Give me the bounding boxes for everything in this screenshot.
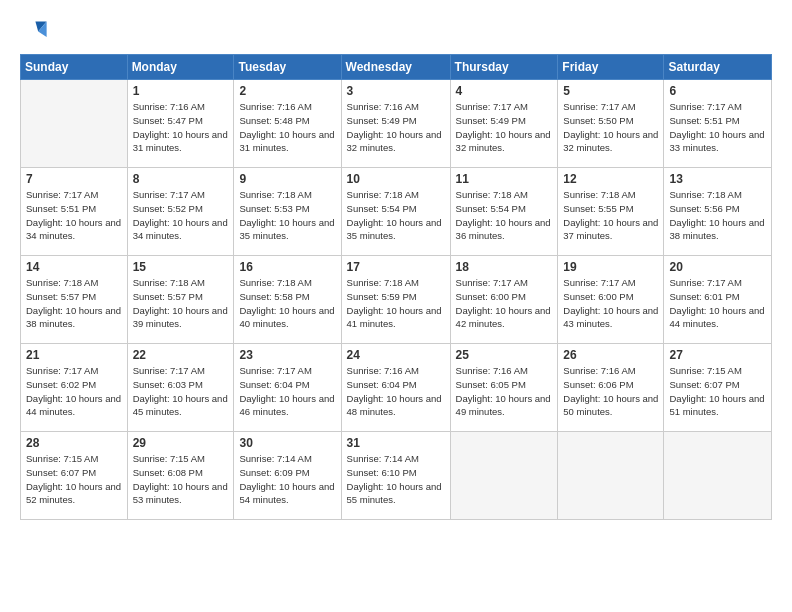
page: SundayMondayTuesdayWednesdayThursdayFrid… bbox=[0, 0, 792, 612]
calendar-day-header: Monday bbox=[127, 55, 234, 80]
day-info: Sunrise: 7:18 AMSunset: 5:57 PMDaylight:… bbox=[26, 276, 122, 331]
calendar-week-row: 28Sunrise: 7:15 AMSunset: 6:07 PMDayligh… bbox=[21, 432, 772, 520]
day-info: Sunrise: 7:15 AMSunset: 6:07 PMDaylight:… bbox=[26, 452, 122, 507]
calendar-cell: 3Sunrise: 7:16 AMSunset: 5:49 PMDaylight… bbox=[341, 80, 450, 168]
day-info: Sunrise: 7:16 AMSunset: 5:49 PMDaylight:… bbox=[347, 100, 445, 155]
calendar-cell: 17Sunrise: 7:18 AMSunset: 5:59 PMDayligh… bbox=[341, 256, 450, 344]
calendar-cell: 23Sunrise: 7:17 AMSunset: 6:04 PMDayligh… bbox=[234, 344, 341, 432]
day-number: 1 bbox=[133, 84, 229, 98]
calendar-cell: 11Sunrise: 7:18 AMSunset: 5:54 PMDayligh… bbox=[450, 168, 558, 256]
day-info: Sunrise: 7:17 AMSunset: 6:00 PMDaylight:… bbox=[456, 276, 553, 331]
calendar-week-row: 1Sunrise: 7:16 AMSunset: 5:47 PMDaylight… bbox=[21, 80, 772, 168]
calendar-cell: 4Sunrise: 7:17 AMSunset: 5:49 PMDaylight… bbox=[450, 80, 558, 168]
day-number: 16 bbox=[239, 260, 335, 274]
day-info: Sunrise: 7:17 AMSunset: 6:01 PMDaylight:… bbox=[669, 276, 766, 331]
day-info: Sunrise: 7:16 AMSunset: 6:04 PMDaylight:… bbox=[347, 364, 445, 419]
day-info: Sunrise: 7:18 AMSunset: 5:53 PMDaylight:… bbox=[239, 188, 335, 243]
calendar-cell bbox=[664, 432, 772, 520]
day-info: Sunrise: 7:18 AMSunset: 5:59 PMDaylight:… bbox=[347, 276, 445, 331]
day-info: Sunrise: 7:16 AMSunset: 5:48 PMDaylight:… bbox=[239, 100, 335, 155]
calendar-cell: 16Sunrise: 7:18 AMSunset: 5:58 PMDayligh… bbox=[234, 256, 341, 344]
calendar-cell bbox=[558, 432, 664, 520]
day-number: 21 bbox=[26, 348, 122, 362]
day-info: Sunrise: 7:18 AMSunset: 5:55 PMDaylight:… bbox=[563, 188, 658, 243]
day-info: Sunrise: 7:17 AMSunset: 5:51 PMDaylight:… bbox=[26, 188, 122, 243]
calendar-cell: 20Sunrise: 7:17 AMSunset: 6:01 PMDayligh… bbox=[664, 256, 772, 344]
calendar-cell: 9Sunrise: 7:18 AMSunset: 5:53 PMDaylight… bbox=[234, 168, 341, 256]
day-number: 18 bbox=[456, 260, 553, 274]
day-number: 7 bbox=[26, 172, 122, 186]
calendar-cell: 1Sunrise: 7:16 AMSunset: 5:47 PMDaylight… bbox=[127, 80, 234, 168]
logo bbox=[20, 16, 52, 44]
calendar-day-header: Thursday bbox=[450, 55, 558, 80]
day-info: Sunrise: 7:18 AMSunset: 5:58 PMDaylight:… bbox=[239, 276, 335, 331]
calendar-cell: 24Sunrise: 7:16 AMSunset: 6:04 PMDayligh… bbox=[341, 344, 450, 432]
calendar-cell: 21Sunrise: 7:17 AMSunset: 6:02 PMDayligh… bbox=[21, 344, 128, 432]
calendar-cell: 31Sunrise: 7:14 AMSunset: 6:10 PMDayligh… bbox=[341, 432, 450, 520]
calendar-cell: 30Sunrise: 7:14 AMSunset: 6:09 PMDayligh… bbox=[234, 432, 341, 520]
day-number: 14 bbox=[26, 260, 122, 274]
day-number: 29 bbox=[133, 436, 229, 450]
day-number: 23 bbox=[239, 348, 335, 362]
day-number: 25 bbox=[456, 348, 553, 362]
day-number: 6 bbox=[669, 84, 766, 98]
calendar-cell: 2Sunrise: 7:16 AMSunset: 5:48 PMDaylight… bbox=[234, 80, 341, 168]
calendar-day-header: Wednesday bbox=[341, 55, 450, 80]
day-number: 31 bbox=[347, 436, 445, 450]
day-info: Sunrise: 7:17 AMSunset: 6:02 PMDaylight:… bbox=[26, 364, 122, 419]
calendar-day-header: Saturday bbox=[664, 55, 772, 80]
calendar-cell: 28Sunrise: 7:15 AMSunset: 6:07 PMDayligh… bbox=[21, 432, 128, 520]
day-info: Sunrise: 7:16 AMSunset: 5:47 PMDaylight:… bbox=[133, 100, 229, 155]
day-info: Sunrise: 7:15 AMSunset: 6:08 PMDaylight:… bbox=[133, 452, 229, 507]
day-number: 15 bbox=[133, 260, 229, 274]
day-info: Sunrise: 7:17 AMSunset: 5:52 PMDaylight:… bbox=[133, 188, 229, 243]
calendar-cell: 14Sunrise: 7:18 AMSunset: 5:57 PMDayligh… bbox=[21, 256, 128, 344]
day-number: 19 bbox=[563, 260, 658, 274]
calendar-cell: 22Sunrise: 7:17 AMSunset: 6:03 PMDayligh… bbox=[127, 344, 234, 432]
day-number: 4 bbox=[456, 84, 553, 98]
calendar-day-header: Tuesday bbox=[234, 55, 341, 80]
calendar-cell: 25Sunrise: 7:16 AMSunset: 6:05 PMDayligh… bbox=[450, 344, 558, 432]
day-info: Sunrise: 7:14 AMSunset: 6:09 PMDaylight:… bbox=[239, 452, 335, 507]
calendar-cell: 12Sunrise: 7:18 AMSunset: 5:55 PMDayligh… bbox=[558, 168, 664, 256]
calendar-day-header: Sunday bbox=[21, 55, 128, 80]
day-number: 5 bbox=[563, 84, 658, 98]
calendar-week-row: 14Sunrise: 7:18 AMSunset: 5:57 PMDayligh… bbox=[21, 256, 772, 344]
calendar-cell bbox=[450, 432, 558, 520]
day-info: Sunrise: 7:18 AMSunset: 5:56 PMDaylight:… bbox=[669, 188, 766, 243]
calendar-table: SundayMondayTuesdayWednesdayThursdayFrid… bbox=[20, 54, 772, 520]
calendar-week-row: 21Sunrise: 7:17 AMSunset: 6:02 PMDayligh… bbox=[21, 344, 772, 432]
day-number: 30 bbox=[239, 436, 335, 450]
day-info: Sunrise: 7:16 AMSunset: 6:06 PMDaylight:… bbox=[563, 364, 658, 419]
day-info: Sunrise: 7:17 AMSunset: 6:00 PMDaylight:… bbox=[563, 276, 658, 331]
day-number: 2 bbox=[239, 84, 335, 98]
day-number: 20 bbox=[669, 260, 766, 274]
day-info: Sunrise: 7:17 AMSunset: 6:04 PMDaylight:… bbox=[239, 364, 335, 419]
day-number: 28 bbox=[26, 436, 122, 450]
calendar-day-header: Friday bbox=[558, 55, 664, 80]
calendar-cell: 27Sunrise: 7:15 AMSunset: 6:07 PMDayligh… bbox=[664, 344, 772, 432]
day-info: Sunrise: 7:17 AMSunset: 5:49 PMDaylight:… bbox=[456, 100, 553, 155]
calendar-cell: 18Sunrise: 7:17 AMSunset: 6:00 PMDayligh… bbox=[450, 256, 558, 344]
day-number: 27 bbox=[669, 348, 766, 362]
day-info: Sunrise: 7:16 AMSunset: 6:05 PMDaylight:… bbox=[456, 364, 553, 419]
calendar-header-row: SundayMondayTuesdayWednesdayThursdayFrid… bbox=[21, 55, 772, 80]
day-info: Sunrise: 7:14 AMSunset: 6:10 PMDaylight:… bbox=[347, 452, 445, 507]
day-number: 8 bbox=[133, 172, 229, 186]
day-number: 26 bbox=[563, 348, 658, 362]
day-number: 9 bbox=[239, 172, 335, 186]
calendar-cell: 26Sunrise: 7:16 AMSunset: 6:06 PMDayligh… bbox=[558, 344, 664, 432]
calendar-cell: 13Sunrise: 7:18 AMSunset: 5:56 PMDayligh… bbox=[664, 168, 772, 256]
day-number: 3 bbox=[347, 84, 445, 98]
day-number: 24 bbox=[347, 348, 445, 362]
day-info: Sunrise: 7:17 AMSunset: 5:50 PMDaylight:… bbox=[563, 100, 658, 155]
calendar-cell: 19Sunrise: 7:17 AMSunset: 6:00 PMDayligh… bbox=[558, 256, 664, 344]
day-number: 10 bbox=[347, 172, 445, 186]
day-info: Sunrise: 7:15 AMSunset: 6:07 PMDaylight:… bbox=[669, 364, 766, 419]
calendar-cell bbox=[21, 80, 128, 168]
logo-icon bbox=[20, 16, 48, 44]
calendar-cell: 7Sunrise: 7:17 AMSunset: 5:51 PMDaylight… bbox=[21, 168, 128, 256]
calendar-cell: 8Sunrise: 7:17 AMSunset: 5:52 PMDaylight… bbox=[127, 168, 234, 256]
calendar-cell: 10Sunrise: 7:18 AMSunset: 5:54 PMDayligh… bbox=[341, 168, 450, 256]
day-number: 13 bbox=[669, 172, 766, 186]
